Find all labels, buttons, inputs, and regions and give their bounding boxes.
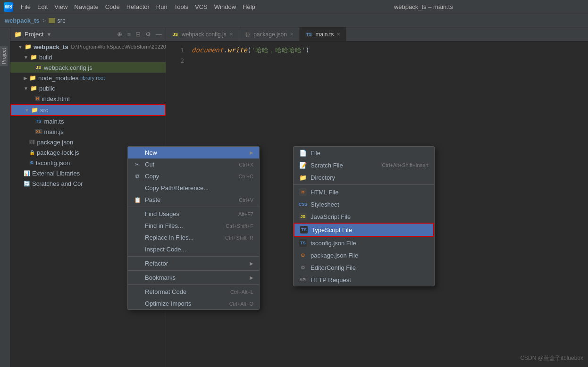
breadcrumb-folder[interactable]: src	[49, 17, 65, 24]
menu-label: Find in Files...	[145, 222, 183, 229]
menu-separator-3	[128, 270, 259, 271]
menu-item-reformat[interactable]: Reformat Code Ctrl+Alt+L	[128, 286, 259, 298]
tree-label: tsconfig.json	[36, 159, 70, 167]
context-menu: New ▶ ✂ Cut Ctrl+X ⧉ Copy Ctrl+C Copy Pa…	[127, 146, 260, 310]
tab-close-package[interactable]: ✕	[290, 32, 294, 37]
breadcrumb-sep: >	[42, 17, 46, 24]
menu-run[interactable]: Run	[156, 3, 168, 10]
submenu-label: EditorConfig File	[311, 264, 356, 271]
submenu-new: 📄 File 📝 Scratch File Ctrl+Alt+Shift+Ins…	[293, 146, 435, 286]
css-icon: CSS	[299, 200, 307, 208]
submenu-item-file[interactable]: 📄 File	[294, 147, 434, 159]
tree-item-main-ts[interactable]: ▶ TS main.ts	[10, 116, 166, 126]
locate-icon[interactable]: ⊕	[117, 31, 122, 38]
close-panel-icon[interactable]: —	[156, 31, 162, 38]
file-tree-label: Project	[25, 31, 43, 38]
tab-main-ts[interactable]: TS main.ts ✕	[300, 27, 346, 41]
submenu-item-tsconfig[interactable]: TS tsconfig.json File	[294, 237, 434, 249]
menu-item-paste[interactable]: 📋 Paste Ctrl+V	[128, 194, 259, 206]
tab-close-webpack[interactable]: ✕	[229, 32, 233, 37]
watermark: CSDN @蓝盒子itbluebox	[520, 354, 583, 362]
folder-icon-header: 📁	[14, 31, 22, 38]
scratch-icon: 🔄	[24, 181, 30, 187]
titlebar: WS File Edit View Navigate Code Refactor…	[0, 0, 588, 14]
submenu-label: HTTP Request	[311, 276, 351, 284]
tree-label: node_modules	[38, 75, 78, 82]
menu-edit[interactable]: Edit	[37, 3, 48, 10]
tree-label: External Libraries	[32, 170, 80, 177]
tsconfig-icon: ⚙	[29, 160, 34, 165]
submenu-item-html[interactable]: H HTML File	[294, 186, 434, 198]
breadcrumb-project[interactable]: webpack_ts	[5, 17, 40, 24]
menu-item-optimize-imports[interactable]: Optimize Imports Ctrl+Alt+O	[128, 298, 259, 309]
ts-tab-icon: TS	[305, 32, 313, 37]
submenu-label: package.json File	[311, 252, 358, 259]
folder-icon: 📁	[31, 107, 38, 113]
submenu-item-scratch[interactable]: 📝 Scratch File Ctrl+Alt+Shift+Insert	[294, 159, 434, 171]
tree-label: main.ts	[44, 118, 64, 125]
menu-item-copy[interactable]: ⧉ Copy Ctrl+C	[128, 170, 259, 182]
menu-item-new[interactable]: New ▶	[128, 147, 259, 158]
menu-vcs[interactable]: VCS	[195, 3, 208, 10]
submenu-label: Directory	[311, 174, 335, 181]
menu-label: Find Usages	[145, 210, 179, 217]
tree-item-webpack-config[interactable]: ▶ JS webpack.config.js	[10, 62, 166, 73]
project-tab-label[interactable]: Project	[0, 46, 8, 66]
tab-close-main[interactable]: ✕	[336, 32, 340, 37]
submenu-item-stylesheet[interactable]: CSS Stylesheet	[294, 198, 434, 210]
folder-icon: 📁	[25, 43, 32, 50]
submenu-item-js-file[interactable]: JS JavaScript File	[294, 210, 434, 223]
menu-item-find-in-files[interactable]: Find in Files... Ctrl+Shift+F	[128, 220, 259, 232]
collapse-icon[interactable]: ≡	[127, 31, 131, 38]
json-icon: { }	[29, 140, 35, 144]
tree-item-package-json[interactable]: ▶ { } package.json	[10, 137, 166, 147]
menu-window[interactable]: Window	[214, 3, 236, 10]
menu-code[interactable]: Code	[105, 3, 120, 10]
submenu-item-ts-file[interactable]: TS TypeScript File	[294, 224, 433, 236]
js-icon: JS	[35, 65, 42, 70]
folder-icon: 📁	[29, 75, 36, 81]
sub-separator-1	[294, 184, 434, 185]
menu-item-cut[interactable]: ✂ Cut Ctrl+X	[128, 158, 259, 170]
submenu-item-editorconfig[interactable]: ⚙ EditorConfig File	[294, 261, 434, 274]
tree-item-src[interactable]: ▼ 📁 src	[11, 105, 165, 115]
tree-path: D:\ProgramWorkSpace\WebStorm\20220822\we…	[71, 44, 166, 50]
code-line-2: 2	[166, 56, 588, 66]
menu-item-refactor[interactable]: Refactor ▶	[128, 258, 259, 269]
menu-item-bookmarks[interactable]: Bookmarks ▶	[128, 272, 259, 284]
dropdown-icon[interactable]: ▼	[46, 32, 51, 37]
arrow-icon: ▼	[25, 108, 29, 113]
json-tab-icon: { }	[245, 32, 251, 37]
submenu-arrow: ▶	[250, 150, 253, 155]
menu-item-find-usages[interactable]: Find Usages Alt+F7	[128, 208, 259, 220]
tab-webpack-config[interactable]: JS webpack.config.js ✕	[166, 27, 239, 41]
filter-icon[interactable]: ⊟	[135, 31, 141, 38]
menu-item-inspect-code[interactable]: Inspect Code...	[128, 243, 259, 255]
submenu-item-directory[interactable]: 📁 Directory	[294, 171, 434, 184]
menu-refactor[interactable]: Refactor	[126, 3, 150, 10]
menu-file[interactable]: File	[21, 3, 31, 10]
menu-view[interactable]: View	[54, 3, 67, 10]
line-number: 2	[171, 58, 184, 64]
tree-item-build[interactable]: ▼ 📁 build	[10, 52, 166, 62]
copy-icon: ⧉	[134, 173, 141, 180]
file-tree-actions: ⊕ ≡ ⊟ ⚙ —	[117, 31, 162, 38]
menu-navigate[interactable]: Navigate	[74, 3, 98, 10]
tree-item-node_modules[interactable]: ▶ 📁 node_modules library root	[10, 73, 166, 83]
tree-item-public[interactable]: ▼ 📁 public	[10, 83, 166, 93]
tab-package-json[interactable]: { } package.json ✕	[239, 27, 300, 41]
menu-item-replace-in-files[interactable]: Replace in Files... Ctrl+Shift+R	[128, 232, 259, 243]
tree-item-index-html[interactable]: ▶ H index.html	[10, 93, 166, 104]
menu-tools[interactable]: Tools	[174, 3, 188, 10]
settings-icon[interactable]: ⚙	[145, 31, 151, 38]
submenu-item-http[interactable]: API HTTP Request	[294, 274, 434, 286]
tree-item-webpack_ts[interactable]: ▼ 📁 webpack_ts D:\ProgramWorkSpace\WebSt…	[10, 42, 166, 52]
file-tree-title: 📁 Project ▼	[14, 31, 51, 38]
lock-icon: 🔒	[29, 150, 35, 155]
tree-item-main-js[interactable]: ▶ XL main.js	[10, 126, 166, 137]
editorconfig-icon: ⚙	[299, 264, 307, 271]
menu-label: Refactor	[145, 260, 168, 267]
submenu-item-pkg-json[interactable]: ⚙ package.json File	[294, 249, 434, 261]
menu-help[interactable]: Help	[243, 3, 255, 10]
menu-item-copy-path[interactable]: Copy Path/Reference...	[128, 182, 259, 194]
